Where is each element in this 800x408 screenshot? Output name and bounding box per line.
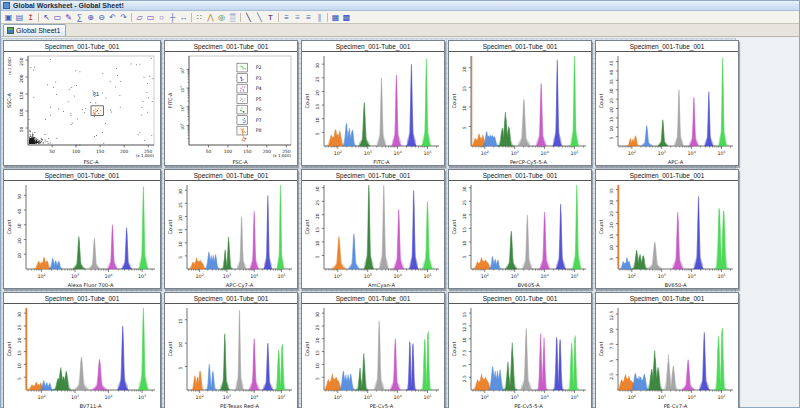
redo-icon[interactable]: ↷ — [118, 12, 129, 23]
svg-text:5: 5 — [609, 258, 614, 261]
zoom-in-icon[interactable]: ⊕ — [85, 12, 96, 23]
align-right-icon[interactable]: ≡ — [303, 12, 314, 23]
save-worksheet-icon[interactable]: ▣ — [3, 12, 14, 23]
quadrant-gate-icon[interactable]: ┼ — [167, 12, 178, 23]
density-plot-icon[interactable]: ▒ — [227, 12, 238, 23]
svg-text:105: 105 — [717, 273, 725, 279]
plot-panel-pe-cy7-a[interactable]: Specimen_001-Tube_0012.557.51012.5Count1… — [595, 292, 739, 408]
window-titlebar[interactable]: Global Worksheet - Global Sheet! — [1, 1, 799, 11]
sheet-tab-icon — [7, 27, 14, 34]
text-tool-icon[interactable]: T — [265, 12, 276, 23]
svg-text:104: 104 — [688, 394, 696, 400]
svg-text:102: 102 — [481, 150, 489, 156]
interval-gate-icon[interactable]: ↔ — [178, 12, 189, 23]
plot-panel-amcyan-a[interactable]: Specimen_001-Tube_00151015202530Count102… — [301, 169, 445, 289]
tile-view-icon[interactable]: ▦ — [330, 12, 341, 23]
svg-text:150: 150 — [96, 149, 105, 154]
arrow-tool-icon[interactable]: ╲ — [254, 12, 265, 23]
svg-text:Count: Count — [451, 342, 457, 357]
svg-text:104: 104 — [541, 150, 549, 156]
svg-text:104: 104 — [394, 394, 402, 400]
align-left-icon[interactable]: ≡ — [281, 12, 292, 23]
svg-text:Count: Count — [167, 220, 173, 235]
svg-text:100: 100 — [224, 149, 233, 154]
svg-text:104: 104 — [394, 150, 402, 156]
export-icon[interactable]: ↥ — [25, 12, 36, 23]
svg-text:5: 5 — [609, 137, 614, 140]
svg-text:30: 30 — [315, 63, 320, 69]
line-tool-icon[interactable]: ╲ — [243, 12, 254, 23]
svg-text:103: 103 — [223, 273, 231, 279]
svg-text:250: 250 — [19, 57, 24, 66]
tab-global-sheet1[interactable]: Global Sheet1 — [3, 24, 66, 36]
svg-text:104: 104 — [394, 273, 402, 279]
svg-text:FITC-A: FITC-A — [373, 159, 390, 165]
svg-text:20: 20 — [609, 107, 614, 113]
svg-text:103: 103 — [223, 394, 231, 400]
plot-panel-alexa-fluor-700-a[interactable]: Specimen_001-Tube_0011020304050Count1021… — [3, 169, 161, 289]
svg-text:103: 103 — [71, 394, 79, 400]
dot-plot-icon[interactable]: ∷ — [194, 12, 205, 23]
svg-text:BV605-A: BV605-A — [517, 282, 540, 288]
undo-icon[interactable]: ↶ — [107, 12, 118, 23]
zoom-out-icon[interactable]: ⊖ — [96, 12, 107, 23]
print-icon[interactable]: ▤ — [14, 12, 25, 23]
svg-text:104: 104 — [688, 150, 696, 156]
plot-panel-apc-cy7-a[interactable]: Specimen_001-Tube_00151015202530Count102… — [164, 169, 298, 289]
svg-text:103: 103 — [511, 394, 519, 400]
histogram-plot-icon[interactable]: ⋀ — [205, 12, 216, 23]
align-center-icon[interactable]: ≡ — [292, 12, 303, 23]
plot-title: Specimen_001-Tube_001 — [302, 170, 444, 181]
svg-text:P5: P5 — [256, 97, 262, 102]
svg-text:30: 30 — [315, 312, 320, 318]
svg-text:Count: Count — [598, 94, 604, 109]
svg-text:102: 102 — [196, 273, 204, 279]
svg-text:103: 103 — [71, 273, 79, 279]
plot-panel-pe-cy5-a[interactable]: Specimen_001-Tube_00151015202530Count102… — [301, 292, 445, 408]
plot-panel-apc-a[interactable]: Specimen_001-Tube_00151015202530354045Co… — [595, 40, 739, 166]
plot-panel-pe-texas-red-a[interactable]: Specimen_001-Tube_00151015Count102103104… — [164, 292, 298, 408]
svg-text:104: 104 — [104, 394, 112, 400]
contour-plot-icon[interactable]: ◎ — [216, 12, 227, 23]
plot-panel-fitc-a[interactable]: Specimen_001-Tube_00151015202530Count102… — [301, 40, 445, 166]
svg-text:15: 15 — [315, 350, 320, 356]
svg-text:5: 5 — [315, 377, 320, 380]
plot-panel-bv650-a[interactable]: Specimen_001-Tube_0015101520253035Count1… — [595, 169, 739, 289]
plot-panel-pe-cy5-5-a[interactable]: Specimen_001-Tube_0012.557.51012.515Coun… — [448, 292, 592, 408]
plot-panel-scatter[interactable]: Specimen_001-Tube_0015010015020025050100… — [3, 40, 161, 166]
svg-text:FITC-A: FITC-A — [167, 92, 173, 108]
svg-text:105: 105 — [138, 273, 146, 279]
plot-panel-gates[interactable]: Specimen_001-Tube_0015010015020025010210… — [164, 40, 298, 166]
grid-view-icon[interactable]: ▩ — [341, 12, 352, 23]
worksheet-canvas[interactable]: Specimen_001-Tube_0015010015020025050100… — [1, 38, 799, 407]
sheet-tab-label: Global Sheet1 — [16, 27, 60, 34]
rectangle-gate-icon[interactable]: ▭ — [145, 12, 156, 23]
polygon-gate-icon[interactable]: ▱ — [134, 12, 145, 23]
edit-chart-icon[interactable]: ✎ — [63, 12, 74, 23]
ellipse-gate-icon[interactable]: ○ — [156, 12, 167, 23]
svg-text:105: 105 — [423, 150, 431, 156]
svg-text:100: 100 — [72, 149, 81, 154]
svg-text:105: 105 — [570, 150, 578, 156]
svg-text:5: 5 — [462, 126, 467, 129]
svg-text:102: 102 — [334, 150, 342, 156]
svg-text:103: 103 — [658, 394, 666, 400]
zoom-area-icon[interactable]: ▭ — [52, 12, 63, 23]
svg-text:40: 40 — [609, 70, 614, 76]
svg-text:10: 10 — [462, 105, 467, 111]
stats-view-icon[interactable]: ∑ — [74, 12, 85, 23]
select-pointer-icon[interactable]: ↖ — [41, 12, 52, 23]
plot-panel-percp-cy5-5-a[interactable]: Specimen_001-Tube_0015101520Count1021031… — [448, 40, 592, 166]
svg-text:FSC-A: FSC-A — [232, 159, 248, 165]
svg-text:102: 102 — [628, 150, 636, 156]
svg-text:AmCyan-A: AmCyan-A — [368, 282, 396, 289]
worksheet-right-margin — [735, 38, 799, 407]
plot-panel-bv605-a[interactable]: Specimen_001-Tube_00151015202530Count102… — [448, 169, 592, 289]
plot-panel-bv711-a[interactable]: Specimen_001-Tube_00151015202530Count102… — [3, 292, 161, 408]
svg-text:10: 10 — [315, 117, 320, 123]
distribute-icon[interactable]: ∥ — [314, 12, 325, 23]
plot-title: Specimen_001-Tube_001 — [302, 41, 444, 52]
svg-text:103: 103 — [658, 273, 666, 279]
svg-text:200: 200 — [19, 74, 24, 83]
svg-text:P3: P3 — [256, 76, 262, 81]
